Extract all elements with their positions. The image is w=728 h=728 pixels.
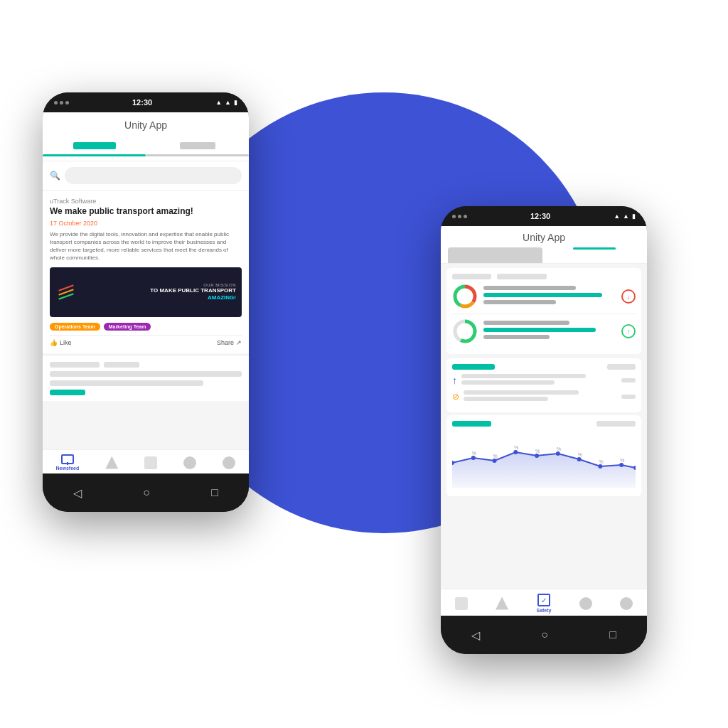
card1-header-skel-2: [497, 274, 547, 279]
bottom-nav-3[interactable]: [144, 456, 157, 469]
donut-chart-2: [452, 318, 478, 344]
phone1-bottom-bar: ◁ ○ □: [43, 473, 249, 512]
safety-icon: ✓: [537, 594, 550, 606]
phone1-tab-inactive[interactable]: [146, 135, 249, 161]
back-button-2[interactable]: ◁: [471, 628, 480, 642]
chart-label-4: %: [535, 449, 540, 454]
phone2-screen: Unity App: [441, 226, 647, 616]
chart-title-gray: [596, 421, 636, 427]
newsfeed-label: Newsfeed: [56, 466, 80, 471]
like-button[interactable]: 👍 Like: [50, 339, 72, 346]
share-label: Share: [217, 339, 234, 346]
bottom-nav-newsfeed[interactable]: Newsfeed: [56, 454, 80, 471]
chart-label-6: %: [578, 452, 582, 457]
phone2-app-header: Unity App: [441, 226, 647, 264]
stats-line-2a: [464, 390, 579, 395]
donut-action-down[interactable]: ↓: [621, 289, 636, 304]
card1-header-skel-1: [452, 274, 491, 279]
phone2-card-1: ↓: [446, 268, 641, 354]
feed-company: uTrack Software: [50, 198, 242, 205]
donut-action-up[interactable]: ↑: [621, 324, 636, 338]
phone1-bottom-nav: Newsfeed: [43, 449, 249, 473]
skel-item-3: [50, 371, 242, 377]
p2-nav-icon-5: [620, 597, 633, 610]
bottom-nav-2[interactable]: [105, 456, 118, 469]
p2-nav-5[interactable]: [620, 597, 633, 610]
home-button-2[interactable]: ○: [541, 628, 548, 641]
nav-dot-6: [464, 215, 467, 218]
phone2-tab-gray[interactable]: [448, 247, 542, 263]
chart-point-9: [619, 463, 623, 467]
stats-subtitle: [607, 364, 636, 370]
p2-nav-safety[interactable]: ✓ Safety: [536, 594, 551, 613]
donut-chart-1: [452, 284, 478, 309]
chart-area-fill: [452, 452, 636, 488]
search-input[interactable]: [65, 167, 242, 184]
phone2-card-2: ↑ ⊘: [446, 358, 641, 412]
card1-header-lines: [452, 274, 636, 279]
p2-nav-1[interactable]: [455, 597, 468, 610]
chart-label-3: %: [514, 445, 518, 450]
nav-dot-2: [60, 101, 63, 105]
home-button[interactable]: ○: [143, 486, 150, 499]
divider-1: [452, 314, 636, 314]
phone2-tab-active-bar: [573, 247, 616, 250]
feed-mission-text: TO MAKE PUBLIC TRANSPORT: [150, 288, 236, 294]
stats-header: [452, 364, 636, 370]
bottom-nav-5[interactable]: [223, 456, 235, 469]
like-label: Like: [60, 339, 72, 346]
skel-teal-bar: [50, 390, 85, 395]
phone2-tabs-row: [441, 247, 647, 263]
feed-image-text: OUR MISSION TO MAKE PUBLIC TRANSPORT AMA…: [150, 284, 236, 301]
phone1-search-bar[interactable]: 🔍: [43, 161, 249, 191]
donut-line-2b: [483, 328, 596, 332]
phone2-tab-active-container[interactable]: [547, 247, 641, 263]
feed-title: We make public transport amazing!: [50, 206, 242, 218]
signal-icon: ▲: [215, 99, 222, 106]
like-icon: 👍: [50, 339, 58, 346]
safety-label: Safety: [536, 608, 551, 613]
nav-icon-5: [223, 456, 235, 469]
phone2-card-3: % % % % % % % %: [446, 415, 641, 496]
tag-operations[interactable]: Operations Team: [50, 323, 100, 331]
p2-nav-2[interactable]: [496, 597, 508, 610]
chart-label-1: %: [472, 451, 476, 456]
recents-button[interactable]: □: [211, 486, 218, 499]
phone-2: 12:30 ▲ ▲ ▮ Unity App: [441, 206, 647, 654]
stats-val-2: [621, 395, 636, 399]
chart-point-7: [577, 457, 582, 461]
feed-image-decorative-lines: [58, 287, 74, 297]
scene: 12:30 ▲ ▲ ▮ Unity App: [0, 0, 728, 728]
nav-dot-3: [65, 101, 69, 105]
skel-item-4: [50, 380, 203, 386]
phone1-camera-area: [54, 101, 69, 105]
battery-icon-2: ▮: [632, 213, 636, 220]
p2-nav-4[interactable]: [579, 597, 592, 610]
donut-line-1c: [483, 300, 556, 304]
share-button[interactable]: Share ↗: [217, 339, 242, 346]
chart-label-8: %: [620, 458, 624, 463]
tag-marketing[interactable]: Marketing Team: [104, 323, 151, 331]
recents-button-2[interactable]: □: [609, 628, 616, 641]
phone1-nav-bar: 12:30 ▲ ▲ ▮: [43, 92, 249, 112]
p2-nav-icon-4: [579, 597, 592, 610]
chart-label-2: %: [493, 454, 498, 459]
stats-line-1b: [461, 380, 555, 385]
phone-1: 12:30 ▲ ▲ ▮ Unity App: [43, 92, 249, 512]
safety-check-icon: ✓: [541, 596, 547, 604]
stats-val-1: [621, 378, 636, 382]
stats-title-teal: [452, 364, 495, 370]
bottom-nav-4[interactable]: [183, 456, 196, 469]
arrow-up-icon: ↑: [452, 375, 457, 386]
phone1-tab-active[interactable]: [43, 135, 146, 161]
chart-header: [452, 421, 636, 427]
back-button[interactable]: ◁: [73, 486, 82, 500]
chart-title-teal: [452, 421, 491, 427]
phone2-screen-content: Unity App: [441, 226, 647, 616]
donut-line-1a: [483, 286, 576, 290]
nav-dot-1: [54, 101, 58, 105]
nav-icon-2: [105, 456, 118, 469]
share-icon: ↗: [236, 339, 242, 346]
feed-mission-accent: AMAZING!: [208, 294, 236, 301]
stats-line-2b: [464, 397, 548, 401]
